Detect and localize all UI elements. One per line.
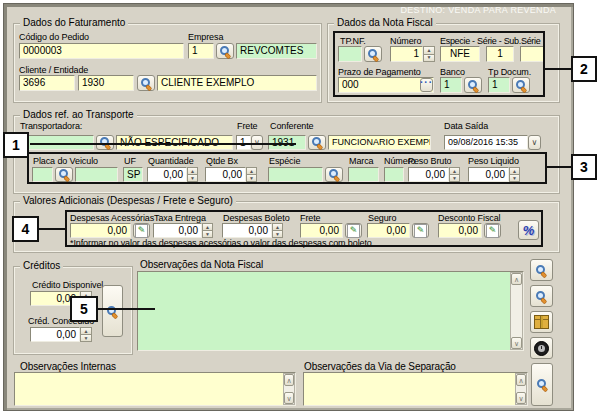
cliente-code1-field[interactable]: 3696 <box>19 75 75 91</box>
package-button[interactable] <box>530 311 553 333</box>
data-saida-dropdown-button[interactable]: ∨ <box>528 135 541 150</box>
numero2-field[interactable] <box>384 167 404 182</box>
codigo-pedido-field[interactable]: 0000003 <box>19 43 184 59</box>
peso-liquido-spinner[interactable]: ▲▼ <box>509 167 520 182</box>
spin-down-icon[interactable]: ▼ <box>246 174 257 182</box>
scroll-up-button[interactable]: ∧ <box>511 273 522 285</box>
conferente-search-button[interactable] <box>308 135 326 150</box>
cred-concedido-spinner[interactable]: ▲▼ <box>80 327 92 342</box>
seguro-edit-button[interactable]: ✎ <box>412 223 429 238</box>
tpdocum-search-button[interactable] <box>512 77 530 93</box>
quantidade-field[interactable]: 0,00 <box>147 167 187 182</box>
conferente-code-field[interactable]: 1931 <box>268 135 306 150</box>
percent-button[interactable]: % <box>518 220 539 240</box>
placa-code-field[interactable] <box>32 167 53 182</box>
spin-up-icon[interactable]: ▲ <box>202 223 213 230</box>
obs-via-separacao-scrollbar[interactable]: ∧ ∨ <box>515 373 527 405</box>
transportadora-code-field[interactable]: 1 <box>19 135 94 150</box>
peso-bruto-field[interactable]: 0,00 <box>408 167 449 182</box>
seguro-field[interactable]: 0,00 <box>367 223 410 238</box>
frete-valor-field[interactable]: 0,00 <box>300 223 343 238</box>
banco-search-button[interactable] <box>464 77 482 93</box>
placa-search-button[interactable] <box>55 167 73 182</box>
spin-up-icon[interactable]: ▲ <box>80 327 92 334</box>
spin-down-icon[interactable]: ▼ <box>202 230 213 238</box>
creditos-search-button[interactable] <box>102 285 123 337</box>
uf-field[interactable]: SP <box>123 167 143 182</box>
taxa-entrega-field[interactable]: 0,00 <box>153 223 202 238</box>
spin-up-icon[interactable]: ▲ <box>187 167 198 174</box>
peso-bruto-spinner[interactable]: ▲▼ <box>449 167 460 182</box>
spin-down-icon[interactable]: ▼ <box>423 54 435 63</box>
frete-dropdown-button[interactable]: ∨ <box>251 135 263 150</box>
numero-field[interactable]: 1 <box>390 46 423 62</box>
taxa-entrega-spinner[interactable]: ▲▼ <box>202 223 213 238</box>
spin-up-icon[interactable]: ▲ <box>272 223 283 230</box>
transportadora-search-button[interactable] <box>96 135 114 150</box>
clock-button[interactable] <box>530 337 553 359</box>
transportadora-name-field[interactable]: NÃO ESPECIFICADO <box>116 135 233 150</box>
marca-field[interactable] <box>348 167 379 182</box>
frete-combobox[interactable]: 1 <box>236 135 251 150</box>
despesas-acessorias-edit-button[interactable]: ✎ <box>133 223 150 238</box>
qtdebx-field[interactable]: 0,00 <box>205 167 246 182</box>
especie2-field[interactable] <box>268 167 323 182</box>
side-search-button-2[interactable] <box>530 285 553 307</box>
obs-via-separacao-label: Observações da Via de Separação <box>304 362 456 372</box>
spin-up-icon[interactable]: ▲ <box>509 167 520 174</box>
cred-concedido-field[interactable]: 0,00 <box>30 327 80 342</box>
qtdebx-spinner[interactable]: ▲▼ <box>246 167 257 182</box>
despesas-boleto-spinner[interactable]: ▲▼ <box>272 223 283 238</box>
cliente-name-field[interactable]: CLIENTE EXEMPLO <box>157 75 317 91</box>
tpdocum-field[interactable]: 1 <box>488 77 510 93</box>
cliente-search-button[interactable] <box>137 75 155 91</box>
obs-nota-fiscal-textarea[interactable] <box>137 271 524 351</box>
conferente-name-field[interactable]: FUNCIONARIO EXEMPLO <box>328 135 431 150</box>
scroll-up-button[interactable]: ∧ <box>516 374 526 386</box>
despesas-boleto-field[interactable]: 0,00 <box>222 223 272 238</box>
obs-internas-scrollbar[interactable]: ∧ ∨ <box>283 373 295 405</box>
obs-nota-fiscal-scrollbar[interactable]: ∧ ∨ <box>510 272 523 350</box>
desconto-fiscal-field[interactable]: 0,00 <box>438 223 482 238</box>
obs-via-separacao-textarea[interactable] <box>303 372 528 406</box>
especie2-search-button[interactable] <box>325 167 343 182</box>
chevron-down-icon: ∨ <box>514 340 519 347</box>
especie-field[interactable]: NFE <box>440 46 480 62</box>
prazo-ellipsis-button[interactable]: ··· <box>420 78 433 92</box>
empresa-code-field[interactable]: 1 <box>188 43 214 59</box>
obs-internas-label: Observações Internas <box>20 362 116 372</box>
cliente-code2-field[interactable]: 1930 <box>78 75 134 91</box>
banco-field[interactable]: 1 <box>440 77 462 93</box>
placa-name-field[interactable] <box>75 167 118 182</box>
data-saida-field[interactable]: 09/08/2016 15:35 <box>444 135 528 150</box>
tpnf-field[interactable] <box>338 46 362 62</box>
despesas-acessorias-field[interactable]: 0,00 <box>70 223 131 238</box>
spin-up-icon[interactable]: ▲ <box>246 167 257 174</box>
serie-field[interactable]: 1 <box>486 46 514 62</box>
scroll-down-button[interactable]: ∨ <box>516 392 526 404</box>
banco-label: Banco <box>440 67 465 77</box>
desconto-fiscal-edit-button[interactable]: ✎ <box>484 223 501 238</box>
side-search-button-1[interactable] <box>530 259 553 281</box>
scroll-up-button[interactable]: ∧ <box>284 374 294 386</box>
tpnf-search-button[interactable] <box>364 46 382 62</box>
empresa-search-button[interactable] <box>216 43 234 59</box>
spin-down-icon[interactable]: ▼ <box>187 174 198 182</box>
numero-spinner[interactable]: ▲▼ <box>423 46 435 62</box>
side-search-button-3[interactable] <box>531 363 553 406</box>
spin-down-icon[interactable]: ▼ <box>272 230 283 238</box>
empresa-name-field[interactable]: REVCOMTES <box>236 43 317 59</box>
spin-up-icon[interactable]: ▲ <box>449 167 460 174</box>
spin-up-icon[interactable]: ▲ <box>423 46 435 54</box>
spin-down-icon[interactable]: ▼ <box>509 174 520 182</box>
scroll-down-button[interactable]: ∨ <box>284 392 294 404</box>
spin-down-icon[interactable]: ▼ <box>80 334 92 342</box>
subserie-field[interactable] <box>520 46 544 62</box>
frete-valor-edit-button[interactable]: ✎ <box>345 223 362 238</box>
scroll-down-button[interactable]: ∨ <box>511 337 522 349</box>
quantidade-spinner[interactable]: ▲▼ <box>187 167 198 182</box>
peso-liquido-field[interactable]: 0,00 <box>468 167 509 182</box>
obs-internas-textarea[interactable] <box>14 372 296 406</box>
despesas-boleto-label: Despesas Boleto <box>223 213 290 223</box>
spin-down-icon[interactable]: ▼ <box>449 174 460 182</box>
